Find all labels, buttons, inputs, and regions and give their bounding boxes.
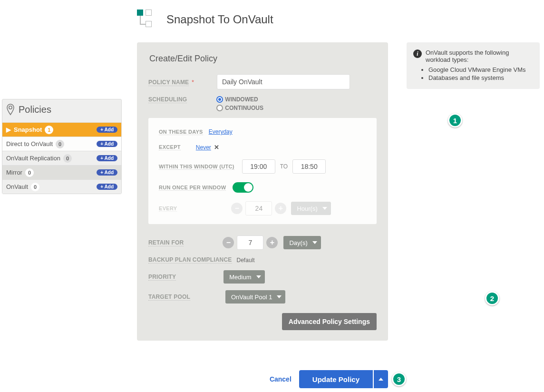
policy-item-snapshot[interactable]: ▶ Snapshot 1 + Add [2, 122, 121, 137]
info-box: i OnVault supports the following workloa… [407, 42, 540, 89]
policies-panel-title: Policies [19, 104, 51, 115]
info-bullet: Databases and file systems [428, 74, 533, 81]
dropdown-value: OnVault Pool 1 [231, 294, 272, 301]
add-policy-button[interactable]: + Add [97, 184, 117, 190]
target-pool-dropdown[interactable]: OnVault Pool 1 [225, 290, 285, 304]
info-bullet: Google Cloud VMware Engine VMs [428, 66, 533, 73]
label-target-pool: TARGET POOL [148, 294, 190, 301]
policy-item-label: OnVault [6, 183, 28, 190]
label-on-these-days: ON THESE DAYS [159, 129, 203, 135]
label-except: EXCEPT [159, 144, 181, 150]
update-policy-split-button[interactable] [374, 370, 388, 388]
label-priority: PRIORITY [148, 274, 176, 281]
info-text: OnVault supports the following workload … [426, 49, 533, 63]
advanced-settings-button[interactable]: Advanced Policy Settings [282, 313, 377, 330]
add-policy-button[interactable]: + Add [97, 155, 117, 161]
policy-item-label: Direct to OnVault [6, 140, 53, 147]
policy-item-label: Snapshot [14, 126, 42, 133]
policy-item-label: OnVault Replication [6, 155, 60, 162]
every-increment-button: + [275, 203, 286, 214]
panel-title: Create/Edit Policy [149, 54, 377, 64]
label-every: EVERY [159, 206, 177, 212]
label-scheduling: SCHEDULING [148, 96, 187, 103]
except-link[interactable]: Never [196, 144, 211, 151]
label-run-once: RUN ONCE PER WINDOW [159, 185, 226, 191]
radio-windowed[interactable]: WINDOWED [216, 96, 263, 103]
required-star: * [192, 78, 194, 86]
priority-dropdown[interactable]: Medium [223, 270, 264, 284]
panel-footer: Cancel Update Policy [137, 370, 388, 388]
policy-item-count: 0 [56, 140, 64, 148]
policies-panel: Policies ▶ Snapshot 1 + Add Direct to On… [2, 99, 122, 194]
window-start-input[interactable] [242, 159, 275, 174]
policies-panel-header: Policies [2, 99, 121, 122]
label-policy-name: POLICY NAME [148, 79, 189, 86]
page-header: Snapshot To OnVault [137, 10, 273, 29]
run-once-toggle[interactable] [233, 182, 253, 193]
window-end-input[interactable] [292, 159, 326, 174]
retain-input[interactable] [237, 235, 263, 250]
label-window: WITHIN THIS WINDOW (UTC) [159, 164, 234, 170]
every-unit-dropdown: Hour(s) [291, 202, 330, 215]
callout-marker-3: 3 [392, 372, 406, 386]
callout-marker-1: 1 [448, 113, 462, 127]
callout-marker-2: 2 [485, 291, 499, 305]
dropdown-value: Day(s) [289, 239, 307, 246]
policies-icon [5, 103, 16, 116]
caret-down-icon [322, 207, 327, 210]
policy-item-label: Mirror [6, 169, 22, 176]
retain-decrement-button[interactable]: − [223, 237, 234, 248]
update-policy-button[interactable]: Update Policy [299, 370, 373, 388]
policy-item-mirror[interactable]: Mirror 0 + Add [2, 165, 121, 179]
radio-icon [216, 96, 223, 103]
label-retain-for: RETAIN FOR [148, 239, 184, 246]
policy-item-count: 0 [63, 154, 72, 163]
days-link[interactable]: Everyday [209, 128, 233, 135]
edit-policy-panel: Create/Edit Policy POLICY NAME * SCHEDUL… [137, 42, 388, 341]
svg-point-0 [9, 106, 12, 109]
cancel-button[interactable]: Cancel [270, 375, 291, 383]
dropdown-value: Medium [229, 274, 251, 281]
page-title: Snapshot To OnVault [166, 13, 273, 26]
add-policy-button[interactable]: + Add [97, 141, 117, 147]
radio-continuous[interactable]: CONTINUOUS [216, 105, 263, 111]
policy-item-direct-onvault[interactable]: Direct to OnVault 0 + Add [2, 137, 121, 151]
snapshot-flow-icon [137, 10, 157, 29]
caret-down-icon [277, 295, 282, 298]
label-backup-plan: BACKUP PLAN COMPLIANCE [148, 256, 232, 264]
radio-icon [216, 105, 223, 111]
policy-item-onvault-replication[interactable]: OnVault Replication 0 + Add [2, 151, 121, 165]
policy-item-count: 1 [45, 126, 53, 134]
every-decrement-button: − [231, 203, 243, 214]
radio-label: WINDOWED [225, 96, 258, 103]
backup-plan-value: Default [237, 257, 255, 264]
retain-unit-dropdown[interactable]: Day(s) [283, 236, 321, 249]
policy-item-onvault[interactable]: OnVault 0 + Add [2, 179, 121, 194]
schedule-card: ON THESE DAYS Everyday EXCEPT Never ✕ WI… [148, 118, 377, 224]
caret-down-icon [312, 241, 317, 244]
policy-item-count: 0 [25, 168, 34, 177]
add-policy-button[interactable]: + Add [97, 169, 117, 176]
caret-right-icon: ▶ [6, 126, 11, 133]
info-icon: i [413, 49, 422, 58]
caret-up-icon [379, 378, 383, 381]
every-input [245, 201, 272, 216]
radio-label: CONTINUOUS [225, 105, 263, 111]
retain-increment-button[interactable]: + [266, 237, 278, 248]
clear-except-icon[interactable]: ✕ [214, 144, 219, 151]
policy-name-input[interactable] [217, 74, 350, 89]
add-policy-button[interactable]: + Add [97, 127, 117, 133]
policy-item-count: 0 [31, 183, 39, 191]
dropdown-value: Hour(s) [297, 205, 317, 212]
label-to: TO [280, 163, 288, 170]
caret-down-icon [256, 275, 261, 278]
